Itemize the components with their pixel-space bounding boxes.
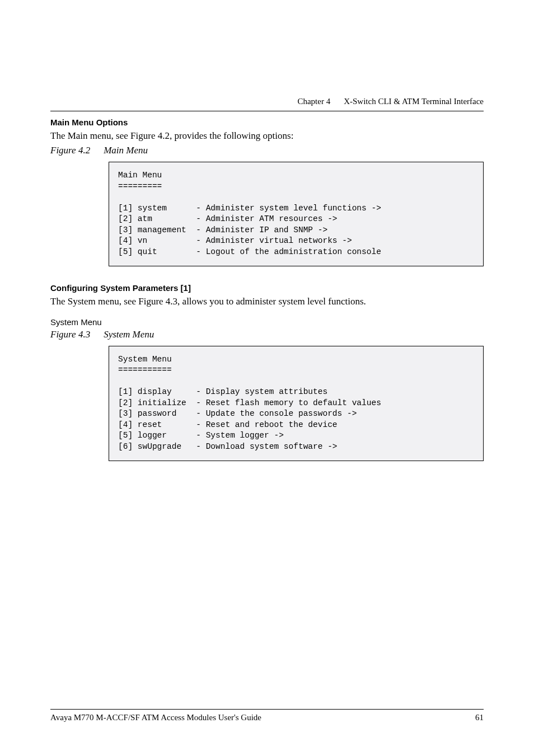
figure-4-2-number: Figure 4.2 <box>50 145 90 156</box>
content-area: Main Menu Options The Main menu, see Fig… <box>50 95 484 461</box>
figure-4-2-caption: Figure 4.2Main Menu <box>50 145 484 156</box>
figure-4-3-caption: Figure 4.3System Menu <box>50 329 484 340</box>
page: Chapter 4X-Switch CLI & ATM Terminal Int… <box>0 0 534 756</box>
system-menu-code-box: System Menu =========== [1] display - Di… <box>109 346 484 461</box>
header-rule <box>50 111 484 111</box>
running-header: Chapter 4X-Switch CLI & ATM Terminal Int… <box>297 97 484 106</box>
page-footer: Avaya M770 M-ACCF/SF ATM Access Modules … <box>50 709 484 722</box>
footer-page-number: 61 <box>475 713 484 722</box>
system-menu-subheading: System Menu <box>50 317 484 327</box>
figure-4-2-title: Main Menu <box>104 145 148 156</box>
chapter-title: X-Switch CLI & ATM Terminal Interface <box>344 97 484 106</box>
figure-4-3-title: System Menu <box>104 329 154 340</box>
figure-4-3-number: Figure 4.3 <box>50 329 90 340</box>
main-menu-code-box: Main Menu ========= [1] system - Adminis… <box>109 162 484 266</box>
main-menu-options-heading: Main Menu Options <box>50 118 484 127</box>
main-menu-intro: The Main menu, see Figure 4.2, provides … <box>50 130 484 142</box>
system-menu-intro: The System menu, see Figure 4.3, allows … <box>50 296 484 307</box>
chapter-label: Chapter 4 <box>297 97 330 106</box>
configuring-system-parameters-heading: Configuring System Parameters [1] <box>50 283 484 293</box>
footer-left: Avaya M770 M-ACCF/SF ATM Access Modules … <box>50 713 261 722</box>
